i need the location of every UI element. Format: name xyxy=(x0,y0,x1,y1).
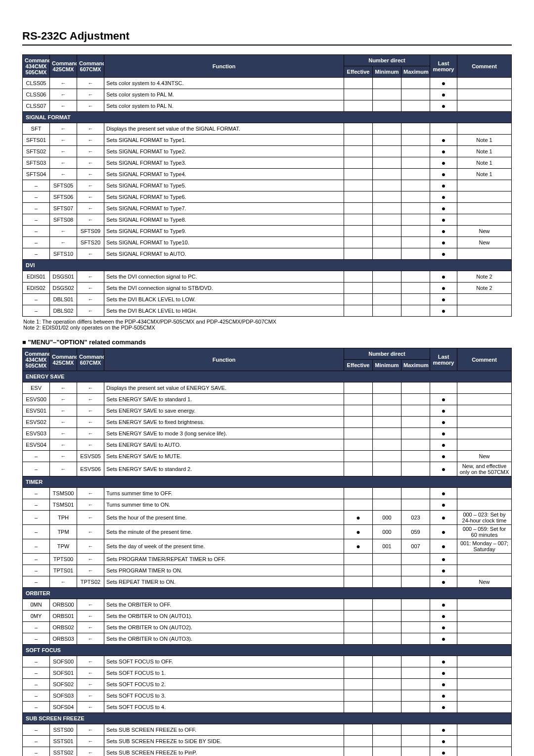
cell-last: ● xyxy=(430,78,457,89)
cell-c1: – xyxy=(23,499,50,511)
table-row: –DBLS01←Sets the DVI BLACK LEVEL to LOW.… xyxy=(23,294,512,305)
cell-c2: ORBS03 xyxy=(50,633,77,645)
table-row: –SFTS07←Sets SIGNAL FORMAT to Type7.● xyxy=(23,203,512,214)
cell-c2: DBLS01 xyxy=(50,294,77,305)
section-label: SUB SCREEN FREEZE xyxy=(23,713,512,724)
cell-com xyxy=(457,394,512,405)
cell-com xyxy=(457,305,512,317)
cell-c2: DBLS02 xyxy=(50,305,77,317)
cell-c1: SFTS03 xyxy=(23,157,50,169)
hdr-fun: Function xyxy=(104,348,344,371)
table-row: 0MNORBS00←Sets the ORBITER to OFF.● xyxy=(23,599,512,611)
cell-com xyxy=(457,428,512,439)
table-row: ESV←←Displays the present set value of E… xyxy=(23,382,512,394)
cell-eff xyxy=(344,203,373,214)
cell-c1: SFTS02 xyxy=(23,146,50,157)
cell-fun: Sets the minute of the present time. xyxy=(104,525,344,539)
cell-c3: ← xyxy=(77,633,104,645)
cell-min xyxy=(373,599,401,611)
cell-c1: – xyxy=(23,214,50,226)
cell-c2: ← xyxy=(50,169,77,180)
cell-c1: – xyxy=(23,576,50,588)
cell-max xyxy=(401,89,430,100)
cell-fun: Displays the present set value of the SI… xyxy=(104,123,344,135)
cell-c2: ← xyxy=(50,451,77,462)
cell-fun: Sets SIGNAL FORMAT to Type5. xyxy=(104,180,344,191)
cell-last: ● xyxy=(430,656,457,667)
cell-min xyxy=(373,283,401,294)
cell-c2: ← xyxy=(50,100,77,112)
cell-c3: ← xyxy=(77,203,104,214)
table-row: SFTS04←←Sets SIGNAL FORMAT to Type4.●Not… xyxy=(23,169,512,180)
cell-eff xyxy=(344,679,373,690)
table-row: –TPW←Sets the day of week of the present… xyxy=(23,539,512,554)
cell-fun: Sets ENERGY SAVE to MUTE. xyxy=(104,451,344,462)
cell-c2: ORBS02 xyxy=(50,622,77,633)
cell-last: ● xyxy=(430,203,457,214)
cell-c1: – xyxy=(23,667,50,679)
cell-fun: Sets the ORBITER to ON (AUTO3). xyxy=(104,633,344,645)
cell-c3: ← xyxy=(77,747,104,756)
cell-eff xyxy=(344,439,373,451)
cell-min xyxy=(373,462,401,476)
cell-last: ● xyxy=(430,576,457,588)
cell-last: ● xyxy=(430,283,457,294)
command-table-1: Command 434CMX 505CMX Command 425CMX Com… xyxy=(22,54,512,317)
cell-fun: Sets color system to PAL N. xyxy=(104,100,344,112)
cell-com xyxy=(457,89,512,100)
cell-eff xyxy=(344,283,373,294)
cell-last: ● xyxy=(430,565,457,576)
cell-eff xyxy=(344,428,373,439)
cell-com xyxy=(457,599,512,611)
cell-fun: Sets SIGNAL FORMAT to Type8. xyxy=(104,214,344,226)
cell-last: ● xyxy=(430,405,457,417)
cell-max xyxy=(401,305,430,317)
note-2: Note 2: EDIS01/02 only operates on the P… xyxy=(23,325,512,331)
table-row: –DBLS02←Sets the DVI BLACK LEVEL to HIGH… xyxy=(23,305,512,317)
cell-min xyxy=(373,100,401,112)
cell-c1: ESV xyxy=(23,382,50,394)
cell-c3: ← xyxy=(77,499,104,511)
cell-fun: Sets color system to 4.43NTSC. xyxy=(104,78,344,89)
cell-eff xyxy=(344,405,373,417)
cell-last: ● xyxy=(430,294,457,305)
cell-min xyxy=(373,248,401,260)
cell-c3: ← xyxy=(77,405,104,417)
cell-last: ● xyxy=(430,237,457,248)
cell-fun: Sets SIGNAL FORMAT to AUTO. xyxy=(104,248,344,260)
cell-fun: Sets the DVI BLACK LEVEL to LOW. xyxy=(104,294,344,305)
cell-last: ● xyxy=(430,135,457,146)
cell-fun: Turns summer time to ON. xyxy=(104,499,344,511)
cell-c3: ← xyxy=(77,305,104,317)
cell-eff xyxy=(344,294,373,305)
cell-c3: ← xyxy=(77,180,104,191)
section-label: ORBITER xyxy=(23,588,512,599)
cell-c3: ← xyxy=(77,554,104,565)
cell-c3: ← xyxy=(77,736,104,747)
table-row: –SOFS03←Sets SOFT FOCUS to 3.● xyxy=(23,690,512,702)
cell-fun: Sets SOFT FOCUS to 1. xyxy=(104,667,344,679)
cell-c1: ESVS01 xyxy=(23,405,50,417)
cell-max xyxy=(401,157,430,169)
cell-max xyxy=(401,667,430,679)
note-1: Note 1: The operation differs between th… xyxy=(23,319,512,325)
cell-last: ● xyxy=(430,439,457,451)
cell-last: ● xyxy=(430,248,457,260)
cell-last: ● xyxy=(430,394,457,405)
cell-min xyxy=(373,226,401,237)
cell-c3: ← xyxy=(77,702,104,713)
cell-min xyxy=(373,203,401,214)
hdr-c2: Command 425CMX xyxy=(50,55,77,78)
section-label: SIGNAL FORMAT xyxy=(23,112,512,123)
table-row: SFTS01←←Sets SIGNAL FORMAT to Type1.●Not… xyxy=(23,135,512,146)
table-row: SFTS03←←Sets SIGNAL FORMAT to Type3.●Not… xyxy=(23,157,512,169)
cell-c3: ESVS05 xyxy=(77,451,104,462)
hdr-last: Last memory xyxy=(430,55,457,78)
table-row: –←SFTS09Sets SIGNAL FORMAT to Type9.●New xyxy=(23,226,512,237)
cell-c1: – xyxy=(23,226,50,237)
table-row: –SFTS10←Sets SIGNAL FORMAT to AUTO.● xyxy=(23,248,512,260)
cell-c1: SFTS01 xyxy=(23,135,50,146)
cell-c3: ← xyxy=(77,525,104,539)
table-row: –←TPTS02Sets REPEAT TIMER to ON.●New xyxy=(23,576,512,588)
cell-com xyxy=(457,382,512,394)
